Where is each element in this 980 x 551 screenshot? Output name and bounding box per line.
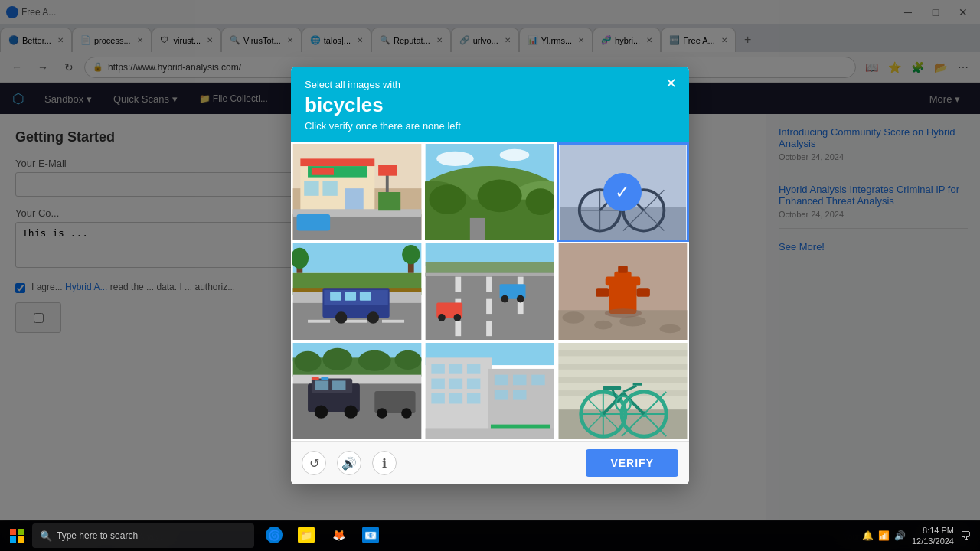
captcha-cell-7[interactable] [291,341,423,441]
svg-rect-52 [345,292,357,301]
svg-point-83 [659,324,680,334]
svg-rect-123 [467,393,480,404]
taskbar-time: 8:14 PM [912,525,954,536]
svg-rect-47 [345,320,368,323]
captcha-cell-3[interactable]: ✓ [557,142,689,242]
captcha-img-5 [425,243,554,340]
captcha-img-4 [292,243,422,340]
svg-rect-127 [495,390,508,400]
svg-rect-153 [603,386,620,390]
svg-rect-117 [467,364,480,374]
captcha-cell-9[interactable] [557,341,689,441]
svg-point-54 [335,311,348,324]
svg-rect-5 [312,168,334,175]
svg-point-97 [358,350,391,371]
svg-rect-159 [10,536,16,543]
audio-icon: 🔊 [341,456,357,471]
start-button[interactable] [3,522,31,549]
captcha-img-1 [292,144,422,240]
captcha-image-grid: ✓ [291,142,689,441]
taskbar-app-outlook[interactable]: 📧 [355,520,386,551]
svg-rect-48 [382,320,404,323]
svg-rect-119 [449,379,462,390]
captcha-modal: Select all images with bicycles Click ve… [291,67,689,484]
captcha-audio-button[interactable]: 🔊 [337,451,361,475]
svg-rect-122 [449,393,462,404]
captcha-verify-button[interactable]: VERIFY [586,449,678,477]
svg-point-77 [517,295,524,303]
taskbar-app-firefox[interactable]: 🦊 [323,520,354,551]
captcha-cell-8[interactable] [423,341,556,441]
svg-point-96 [322,348,352,370]
svg-rect-108 [321,377,328,380]
captcha-cell-2[interactable] [423,142,556,242]
svg-rect-71 [426,273,554,276]
svg-point-76 [501,295,509,303]
taskbar-system-icons: 🔔 📶 🔊 [862,530,906,541]
taskbar-app-file-explorer[interactable]: 📁 [291,520,322,551]
network-icon[interactable]: 📶 [878,530,890,541]
svg-rect-126 [532,375,545,386]
svg-point-59 [402,245,420,264]
captcha-img-8 [425,343,554,439]
svg-rect-53 [360,292,371,301]
taskbar-app-edge[interactable]: 🌀 [259,520,289,551]
svg-rect-63 [456,277,462,292]
captcha-cell-1[interactable] [291,142,423,242]
captcha-info-button[interactable]: ℹ [372,451,397,475]
volume-icon[interactable]: 🔊 [894,530,906,541]
svg-rect-125 [513,375,526,386]
captcha-header: Select all images with bicycles Click ve… [291,67,689,142]
svg-rect-104 [332,380,345,390]
svg-point-81 [594,321,612,330]
captcha-img-9 [558,343,688,439]
svg-rect-157 [10,529,16,535]
taskbar-clock[interactable]: 8:14 PM 12/13/2024 [912,525,954,547]
svg-rect-13 [378,192,400,210]
svg-rect-51 [330,292,341,301]
svg-rect-67 [486,299,492,314]
notification-icon[interactable]: 🔔 [862,530,874,541]
captcha-cell-5[interactable] [423,242,556,341]
captcha-img-7 [292,343,422,439]
svg-rect-87 [618,266,628,273]
svg-point-92 [604,308,641,318]
taskbar-apps: 🌀 📁 🦊 📧 [259,520,386,551]
svg-rect-7 [322,181,337,195]
svg-rect-116 [449,364,462,374]
svg-rect-158 [18,529,24,535]
svg-rect-103 [315,380,328,390]
captcha-cell-4[interactable] [291,242,423,341]
captcha-modal-overlay: Select all images with bicycles Click ve… [0,0,980,551]
svg-point-74 [454,314,462,321]
captcha-cell-6[interactable] [557,242,689,341]
svg-rect-115 [432,364,445,374]
refresh-icon: ↺ [309,456,319,471]
svg-rect-121 [432,393,445,404]
firefox-icon: 🦊 [330,527,347,543]
svg-point-111 [401,408,412,419]
captcha-footer-actions: ↺ 🔊 ℹ [302,451,397,475]
svg-point-105 [315,405,328,418]
captcha-img-6 [558,243,688,340]
captcha-refresh-button[interactable]: ↺ [302,451,326,475]
taskbar-search-placeholder: Type here to search [57,530,138,541]
svg-point-95 [295,351,322,372]
captcha-checkmark: ✓ [559,145,687,240]
taskbar-system-tray: 🔔 📶 🔊 8:14 PM 12/13/2024 🗨 [862,525,977,547]
taskbar-search-box[interactable]: 🔍 Type here to search [32,523,254,548]
svg-point-106 [345,405,358,418]
captcha-header-instruction: Click verify once there are none left [305,120,675,132]
svg-rect-6 [304,181,318,195]
notification-bell-icon[interactable]: 🗨 [960,530,971,542]
svg-point-22 [430,184,466,214]
captcha-header-title: bicycles [305,93,675,117]
svg-rect-65 [456,321,462,336]
info-icon: ℹ [382,456,387,471]
svg-point-17 [500,149,530,161]
svg-rect-134 [558,364,687,370]
svg-rect-91 [636,288,649,297]
svg-rect-130 [426,428,554,439]
captcha-close-button[interactable]: ✕ [662,74,680,93]
svg-rect-120 [467,379,480,390]
